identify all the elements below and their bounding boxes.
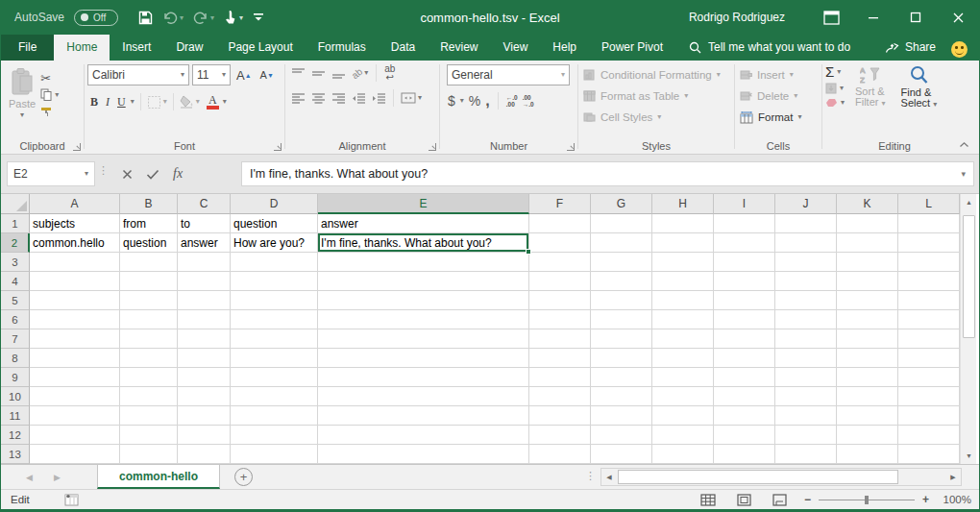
align-left-icon[interactable] bbox=[291, 92, 306, 105]
next-sheet-icon[interactable]: ▶ bbox=[54, 473, 61, 482]
cell-C9[interactable] bbox=[178, 368, 231, 387]
cell-B3[interactable] bbox=[120, 253, 178, 272]
cell-G4[interactable] bbox=[591, 272, 652, 291]
prev-sheet-icon[interactable]: ◀ bbox=[26, 473, 33, 482]
cell-K11[interactable] bbox=[837, 406, 898, 426]
cell-J5[interactable] bbox=[775, 291, 837, 310]
column-header-B[interactable]: B bbox=[120, 194, 178, 214]
cell-B12[interactable] bbox=[120, 426, 178, 445]
close-button[interactable] bbox=[937, 0, 979, 35]
number-dialog-launcher-icon[interactable] bbox=[567, 143, 575, 151]
fill-handle[interactable] bbox=[526, 249, 531, 255]
row-header-8[interactable]: 8 bbox=[1, 349, 30, 368]
cell-G8[interactable] bbox=[591, 349, 652, 368]
cell-E6[interactable] bbox=[318, 310, 529, 329]
cell-D9[interactable] bbox=[231, 368, 318, 387]
cell-A1[interactable]: subjects bbox=[30, 214, 120, 233]
cell-D4[interactable] bbox=[231, 272, 318, 291]
cell-H12[interactable] bbox=[652, 426, 714, 445]
cut-icon[interactable]: ✂ bbox=[40, 73, 59, 85]
increase-font-size-button[interactable]: A▲ bbox=[233, 64, 255, 85]
row-header-6[interactable]: 6 bbox=[1, 310, 30, 329]
cell-L6[interactable] bbox=[898, 310, 960, 329]
column-header-J[interactable]: J bbox=[775, 194, 837, 214]
top-align-icon[interactable] bbox=[291, 67, 306, 80]
cell-L4[interactable] bbox=[898, 272, 960, 291]
cell-A2[interactable]: common.hello bbox=[30, 233, 120, 253]
cell-K12[interactable] bbox=[837, 426, 898, 445]
cell-K7[interactable] bbox=[837, 329, 898, 349]
maximize-button[interactable] bbox=[894, 0, 937, 35]
cell-G13[interactable] bbox=[591, 445, 652, 464]
bottom-align-icon[interactable] bbox=[331, 67, 346, 80]
cell-H8[interactable] bbox=[652, 349, 714, 368]
alignment-dialog-launcher-icon[interactable] bbox=[429, 143, 436, 151]
row-header-9[interactable]: 9 bbox=[1, 368, 30, 387]
zoom-out-icon[interactable]: − bbox=[804, 493, 811, 506]
fill-color-dropdown-icon[interactable]: ▾ bbox=[196, 98, 200, 106]
column-header-A[interactable]: A bbox=[30, 194, 120, 214]
cell-I5[interactable] bbox=[714, 291, 775, 310]
cell-C2[interactable]: answer bbox=[178, 233, 231, 253]
scroll-right-icon[interactable]: ▶ bbox=[945, 469, 961, 485]
cell-B2[interactable]: question bbox=[120, 233, 178, 253]
cell-A8[interactable] bbox=[30, 349, 120, 368]
column-header-G[interactable]: G bbox=[591, 194, 652, 214]
cell-D2[interactable]: How are you? bbox=[231, 233, 318, 253]
increase-indent-icon[interactable] bbox=[372, 92, 386, 105]
cell-A9[interactable] bbox=[30, 368, 120, 387]
cell-C4[interactable] bbox=[178, 272, 231, 291]
collapse-ribbon-icon[interactable] bbox=[959, 141, 969, 148]
cell-L10[interactable] bbox=[898, 387, 960, 406]
name-box-dropdown-icon[interactable]: ▾ bbox=[85, 170, 88, 178]
row-header-2[interactable]: 2 bbox=[1, 233, 30, 253]
undo-dropdown-icon[interactable]: ▾ bbox=[180, 13, 184, 22]
cell-L1[interactable] bbox=[898, 214, 960, 233]
cell-I2[interactable] bbox=[714, 233, 775, 253]
tab-review[interactable]: Review bbox=[428, 35, 490, 61]
cell-D13[interactable] bbox=[231, 445, 318, 464]
sheet-tab-common-hello[interactable]: common-hello bbox=[97, 465, 220, 489]
customize-qat-icon[interactable] bbox=[250, 10, 267, 25]
cell-J11[interactable] bbox=[775, 406, 837, 426]
cell-B11[interactable] bbox=[120, 406, 178, 426]
bold-button[interactable]: B bbox=[87, 91, 101, 112]
column-header-I[interactable]: I bbox=[714, 194, 775, 214]
cell-G11[interactable] bbox=[591, 406, 652, 426]
expand-formula-bar-icon[interactable]: ▾ bbox=[961, 170, 966, 179]
underline-button[interactable]: U bbox=[114, 91, 129, 112]
cell-G10[interactable] bbox=[591, 387, 652, 406]
cell-L11[interactable] bbox=[898, 406, 960, 426]
align-right-icon[interactable] bbox=[331, 92, 346, 105]
cell-I1[interactable] bbox=[714, 214, 775, 233]
cell-F7[interactable] bbox=[529, 329, 591, 349]
row-header-7[interactable]: 7 bbox=[1, 329, 30, 349]
row-header-12[interactable]: 12 bbox=[1, 426, 30, 445]
cell-D11[interactable] bbox=[231, 406, 318, 426]
cell-F13[interactable] bbox=[529, 445, 591, 464]
autosave-toggle[interactable]: Off bbox=[74, 10, 118, 26]
cell-I11[interactable] bbox=[714, 406, 775, 426]
cell-B8[interactable] bbox=[120, 349, 178, 368]
row-header-5[interactable]: 5 bbox=[1, 291, 30, 310]
currency-dropdown-icon[interactable]: ▾ bbox=[460, 97, 464, 105]
underline-dropdown-icon[interactable]: ▾ bbox=[131, 98, 135, 106]
cell-J8[interactable] bbox=[775, 349, 837, 368]
cell-B6[interactable] bbox=[120, 310, 178, 329]
cell-K2[interactable] bbox=[837, 233, 898, 253]
copy-button[interactable]: ▾ bbox=[40, 88, 59, 101]
row-header-10[interactable]: 10 bbox=[1, 387, 30, 406]
cell-I13[interactable] bbox=[714, 445, 775, 464]
cell-J7[interactable] bbox=[775, 329, 837, 349]
cell-J1[interactable] bbox=[775, 214, 837, 233]
percent-format-button[interactable]: % bbox=[469, 93, 480, 109]
font-color-button[interactable]: A bbox=[205, 92, 221, 111]
cell-A10[interactable] bbox=[30, 387, 120, 406]
tab-help[interactable]: Help bbox=[540, 35, 589, 61]
wrap-text-icon[interactable]: ab↩ bbox=[384, 64, 395, 82]
cell-K6[interactable] bbox=[837, 310, 898, 329]
cell-B13[interactable] bbox=[120, 445, 178, 464]
cell-E2[interactable]: I'm fine, thanks. What about you? bbox=[318, 233, 529, 253]
fill-button[interactable]: ▾ bbox=[825, 83, 845, 94]
tab-formulas[interactable]: Formulas bbox=[306, 35, 379, 61]
